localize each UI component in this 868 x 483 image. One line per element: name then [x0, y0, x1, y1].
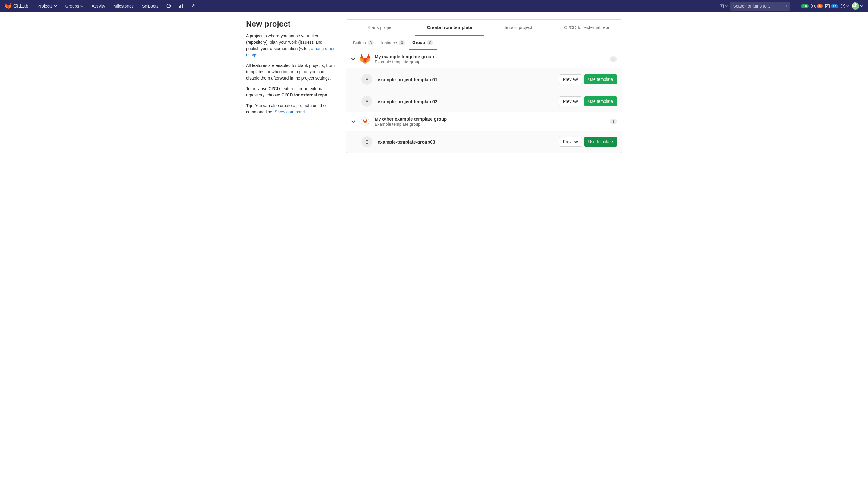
page-title: New project — [246, 19, 336, 29]
project-avatar: E — [362, 136, 372, 147]
merge-icon — [811, 4, 816, 8]
intro-paragraph: A project is where you house your files … — [246, 33, 336, 58]
svg-rect-1 — [180, 5, 181, 8]
tab-create-from-template[interactable]: Create from template — [415, 20, 484, 35]
svg-point-8 — [814, 7, 815, 8]
group-avatar — [360, 116, 370, 127]
features-paragraph: All features are enabled for blank proje… — [246, 62, 336, 81]
group-row: My example template groupExample templat… — [346, 50, 622, 68]
svg-point-4 — [786, 5, 787, 6]
nav-snippets[interactable]: Snippets — [139, 1, 161, 11]
cicd-paragraph: To only use CI/CD features for an extern… — [246, 86, 336, 98]
group-count: 1 — [610, 119, 617, 124]
sub-tabs: Built-in 3 Instance 0 Group 3 — [346, 36, 622, 50]
merge-requests-counter[interactable]: 6 — [811, 4, 823, 8]
chevron-down-icon — [351, 119, 355, 123]
todos-icon — [825, 4, 830, 8]
use-template-button[interactable]: Use template — [584, 75, 617, 84]
project-name: example-project-template02 — [378, 99, 559, 104]
plus-icon — [719, 4, 724, 8]
preview-button[interactable]: Preview — [559, 137, 582, 146]
group-name: My example template group — [375, 54, 610, 59]
tab-blank-project[interactable]: Blank project — [346, 20, 415, 35]
subtab-group[interactable]: Group 3 — [409, 36, 437, 50]
chevron-down-icon — [81, 4, 84, 7]
chevron-down-icon — [860, 4, 863, 7]
project-avatar: E — [362, 96, 372, 107]
use-template-button[interactable]: Use template — [584, 137, 617, 146]
plus-dropdown[interactable] — [719, 1, 727, 11]
gitlab-logo[interactable]: GitLab — [5, 3, 28, 9]
use-template-button[interactable]: Use template — [584, 96, 617, 106]
group-desc: Example template group — [375, 59, 610, 64]
top-tabs: Blank project Create from template Impor… — [346, 20, 622, 36]
issues-counter[interactable]: 14 — [795, 4, 808, 8]
nav-projects[interactable]: Projects — [34, 1, 60, 11]
subtab-instance[interactable]: Instance 0 — [377, 36, 409, 50]
subtab-builtin[interactable]: Built-in 3 — [349, 36, 377, 50]
avatar — [852, 2, 859, 10]
chevron-down-icon — [846, 4, 849, 7]
project-name: example-project-template01 — [378, 77, 559, 82]
tanuki-icon — [5, 3, 11, 9]
issues-icon — [795, 4, 800, 8]
project-avatar: E — [362, 74, 372, 85]
navbar: GitLab Projects Groups Activity Mileston… — [0, 0, 868, 12]
expand-toggle[interactable] — [351, 119, 356, 123]
chevron-down-icon — [54, 4, 57, 7]
groups-list: My example template groupExample templat… — [346, 50, 622, 152]
group-name: My other example template group — [375, 116, 610, 121]
svg-point-7 — [812, 7, 813, 8]
todos-counter[interactable]: 17 — [825, 4, 838, 8]
tab-import-project[interactable]: Import project — [484, 20, 553, 35]
gauge-icon[interactable] — [164, 1, 174, 11]
tab-cicd-external[interactable]: CI/CD for external repo — [553, 20, 622, 35]
nav-milestones[interactable]: Milestones — [111, 1, 137, 11]
search-box[interactable] — [730, 1, 790, 10]
template-row: Eexample-project-template01PreviewUse te… — [346, 68, 622, 90]
show-command-link[interactable]: Show command — [275, 109, 305, 114]
tip-paragraph: Tip: You can also create a project from … — [246, 103, 336, 115]
project-name: example-template-group03 — [378, 139, 559, 144]
user-menu[interactable] — [852, 1, 863, 11]
template-row: Eexample-project-template02PreviewUse te… — [346, 90, 622, 112]
svg-point-6 — [812, 4, 813, 5]
group-avatar — [360, 54, 370, 64]
search-icon — [786, 4, 787, 8]
tabs-panel: Blank project Create from template Impor… — [346, 19, 622, 153]
group-row: My other example template groupExample t… — [346, 112, 622, 131]
nav-groups[interactable]: Groups — [62, 1, 87, 11]
chevron-down-icon — [725, 4, 727, 7]
svg-rect-2 — [182, 4, 183, 8]
search-input[interactable] — [733, 4, 786, 8]
expand-toggle[interactable] — [351, 57, 356, 61]
group-desc: Example template group — [375, 122, 610, 126]
help-dropdown[interactable] — [841, 1, 849, 11]
brand-text: GitLab — [13, 3, 28, 9]
preview-button[interactable]: Preview — [559, 96, 582, 106]
side-column: New project A project is where you house… — [246, 19, 336, 153]
template-row: Eexample-template-group03PreviewUse temp… — [346, 131, 622, 152]
wrench-icon[interactable] — [188, 1, 197, 11]
svg-rect-0 — [179, 6, 180, 8]
chart-icon[interactable] — [176, 1, 186, 11]
help-icon — [841, 4, 845, 8]
chevron-down-icon — [351, 57, 355, 61]
preview-button[interactable]: Preview — [559, 75, 582, 84]
group-count: 2 — [610, 56, 617, 62]
nav-activity[interactable]: Activity — [89, 1, 108, 11]
